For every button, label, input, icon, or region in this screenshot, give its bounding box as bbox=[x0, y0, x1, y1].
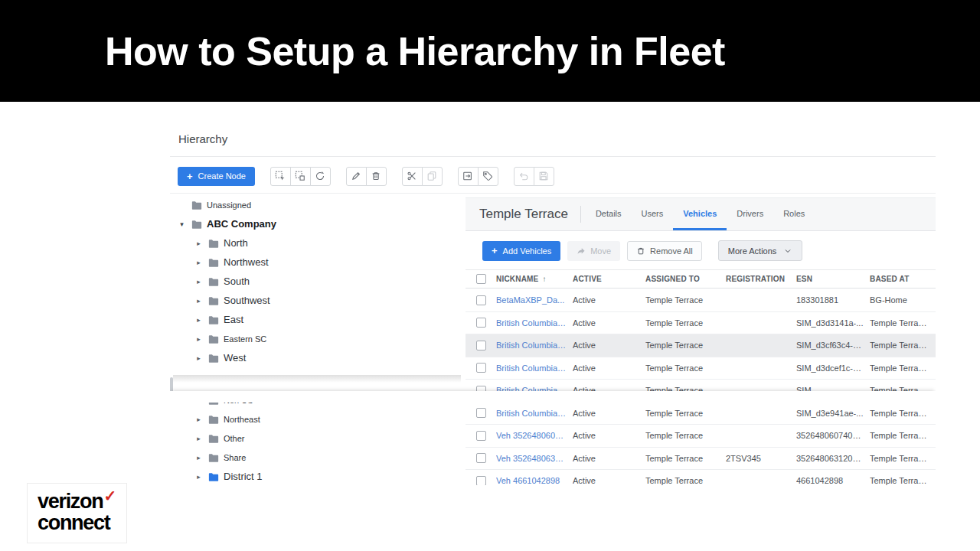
move-node-icon bbox=[462, 171, 473, 181]
tree-item-label: Northeast bbox=[224, 415, 260, 424]
tree-item-other[interactable]: Other bbox=[170, 429, 466, 448]
page: How to Setup a Hierarchy in Fleet Hierar… bbox=[0, 0, 980, 551]
vehicle-nickname-link[interactable]: British Columbia ... bbox=[496, 409, 573, 418]
move-arrow-icon bbox=[577, 246, 586, 256]
tree-item-eastern-sc[interactable]: Eastern SC bbox=[170, 329, 466, 348]
esn-cell: SIM_d3dcef1c-0... bbox=[796, 364, 870, 373]
caret-right-icon[interactable] bbox=[194, 416, 204, 423]
tree-item-abc-company[interactable]: ABC Company bbox=[170, 214, 466, 233]
table-row[interactable]: BetaMaXBP_Da... Active Temple Terrace 18… bbox=[466, 289, 936, 312]
caret-right-icon[interactable] bbox=[194, 278, 204, 285]
caret-down-icon[interactable] bbox=[177, 220, 187, 228]
tab-vehicles[interactable]: Vehicles bbox=[673, 198, 727, 230]
refresh-button[interactable] bbox=[310, 167, 331, 186]
tree-item-label: Share bbox=[224, 453, 246, 462]
column-header-based-at[interactable]: BASED AT bbox=[870, 275, 936, 283]
move-node-button[interactable] bbox=[458, 167, 479, 186]
caret-right-icon[interactable] bbox=[194, 297, 204, 305]
vehicle-nickname-link[interactable]: British Columbia ... bbox=[496, 318, 573, 328]
table-row[interactable]: Veh 3526480631... Active Temple Terrace … bbox=[466, 448, 936, 471]
tree-item-west[interactable]: West bbox=[170, 348, 466, 367]
slide-header: How to Setup a Hierarchy in Fleet bbox=[0, 0, 980, 102]
vehicle-nickname-link[interactable]: British Columbia ... bbox=[496, 341, 573, 350]
select-all-checkbox[interactable] bbox=[476, 274, 486, 284]
paste-node-button[interactable] bbox=[422, 167, 443, 186]
edit-node-button[interactable] bbox=[346, 167, 367, 186]
caret-right-icon[interactable] bbox=[194, 335, 204, 343]
row-checkbox[interactable] bbox=[476, 295, 486, 305]
tab-roles[interactable]: Roles bbox=[773, 198, 815, 230]
caret-right-icon[interactable] bbox=[194, 396, 204, 404]
tree-item-south[interactable]: South bbox=[170, 272, 466, 291]
row-checkbox[interactable] bbox=[476, 476, 486, 485]
vehicle-nickname-link[interactable]: British Columbia ... bbox=[496, 386, 573, 395]
tree-item-northeast[interactable]: Northeast bbox=[170, 409, 466, 429]
column-header-esn[interactable]: ESN bbox=[796, 275, 870, 283]
deselect-node-button[interactable] bbox=[290, 167, 311, 186]
table-row-cut-by-seam[interactable]: British Columbia ... Active Temple Terra… bbox=[466, 380, 936, 403]
vehicle-nickname-link[interactable]: Veh 4661042898 bbox=[496, 476, 573, 485]
row-checkbox[interactable] bbox=[476, 431, 486, 441]
table-row[interactable]: British Columbia ... Active Temple Terra… bbox=[466, 312, 936, 335]
caret-right-icon[interactable] bbox=[194, 454, 204, 461]
tab-details[interactable]: Details bbox=[586, 198, 632, 230]
column-header-nickname[interactable]: NICKNAME bbox=[496, 275, 573, 283]
fleet-app-window: Hierarchy Create Node bbox=[170, 122, 936, 485]
tab-users[interactable]: Users bbox=[632, 198, 674, 230]
tree-item-share[interactable]: Share bbox=[170, 448, 466, 467]
based-at-cell: Temple Terrace ... bbox=[870, 409, 936, 418]
tag-node-button[interactable] bbox=[478, 167, 498, 186]
move-button[interactable]: Move bbox=[567, 241, 620, 261]
delete-node-button[interactable] bbox=[366, 167, 387, 186]
row-checkbox[interactable] bbox=[476, 453, 486, 463]
row-checkbox[interactable] bbox=[476, 341, 486, 350]
caret-right-icon[interactable] bbox=[194, 259, 204, 266]
remove-all-button[interactable]: Remove All bbox=[627, 241, 702, 261]
table-row[interactable]: British Columbia ... Active Temple Terra… bbox=[466, 357, 936, 380]
caret-right-icon[interactable] bbox=[194, 316, 204, 324]
divider bbox=[170, 193, 936, 194]
based-at-cell: Temple Terrace ... bbox=[870, 454, 936, 463]
add-vehicles-button[interactable]: Add Vehicles bbox=[482, 241, 560, 261]
column-header-assigned-to[interactable]: ASSIGNED TO bbox=[645, 275, 726, 283]
active-cell: Active bbox=[573, 386, 645, 395]
tree-item-district-1[interactable]: District 1 bbox=[170, 467, 466, 485]
vehicle-nickname-link[interactable]: British Columbia ... bbox=[496, 364, 573, 373]
tree-item-label: Northwest bbox=[224, 256, 269, 268]
table-row[interactable]: British Columbia ... Active Temple Terra… bbox=[466, 334, 936, 357]
select-node-button[interactable] bbox=[270, 167, 291, 186]
caret-right-icon[interactable] bbox=[194, 435, 204, 442]
vehicle-nickname-link[interactable]: Veh 3526480631... bbox=[496, 454, 573, 463]
caret-right-icon[interactable] bbox=[194, 354, 204, 362]
table-row[interactable]: Veh 4661042898 Active Temple Terrace 466… bbox=[466, 470, 936, 485]
row-checkbox[interactable] bbox=[476, 318, 486, 328]
cut-node-button[interactable] bbox=[402, 167, 423, 186]
folder-icon bbox=[208, 296, 219, 305]
row-checkbox[interactable] bbox=[476, 408, 486, 418]
row-checkbox[interactable] bbox=[476, 363, 486, 373]
based-at-cell: Temple Terrace ... bbox=[870, 364, 936, 373]
column-header-active[interactable]: ACTIVE bbox=[573, 275, 645, 283]
tree-item-northwest[interactable]: Northwest bbox=[170, 253, 466, 272]
assigned-to-cell: Temple Terrace bbox=[645, 341, 726, 350]
tree-item-southwest[interactable]: Southwest bbox=[170, 291, 466, 310]
tree-item-unassigned[interactable]: Unassigned bbox=[170, 195, 466, 214]
caret-right-icon[interactable] bbox=[194, 240, 204, 247]
column-header-registration[interactable]: REGISTRATION bbox=[726, 275, 796, 283]
caret-right-icon[interactable] bbox=[194, 473, 204, 481]
tree-item-non-us[interactable]: Non US bbox=[170, 390, 466, 409]
tree-item-east[interactable]: East bbox=[170, 310, 466, 329]
table-row[interactable]: Veh 3526480607... Active Temple Terrace … bbox=[466, 425, 936, 448]
create-node-button[interactable]: Create Node bbox=[178, 167, 255, 186]
more-actions-button[interactable]: More Actions bbox=[718, 240, 803, 261]
vehicle-nickname-link[interactable]: BetaMaXBP_Da... bbox=[496, 295, 573, 305]
scrollbar-thumb[interactable] bbox=[170, 377, 173, 402]
undo-button[interactable] bbox=[514, 167, 534, 186]
tab-drivers[interactable]: Drivers bbox=[727, 198, 773, 230]
save-button[interactable] bbox=[534, 167, 554, 186]
vehicle-nickname-link[interactable]: Veh 3526480607... bbox=[496, 431, 573, 440]
table-row[interactable]: British Columbia ... Active Temple Terra… bbox=[466, 403, 936, 425]
row-checkbox[interactable] bbox=[476, 386, 486, 396]
tree-item-north[interactable]: North bbox=[170, 233, 466, 253]
select-all-cell bbox=[466, 274, 496, 284]
